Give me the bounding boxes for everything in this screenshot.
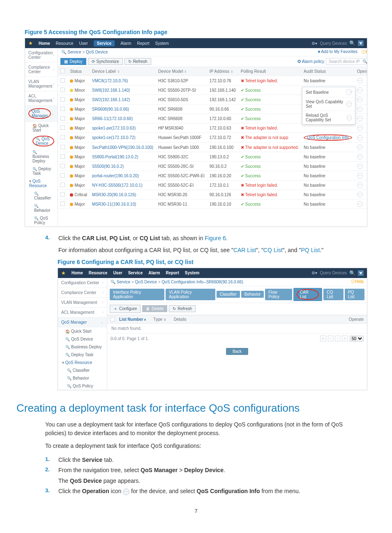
side-business-deploy[interactable]: 🔍Business Deploy [25, 148, 58, 165]
side-qos-policy[interactable]: 🔍QoS Policy [58, 382, 107, 390]
delete-button[interactable]: 🗑Delete [142, 305, 167, 312]
device-link[interactable]: SR66-11(172.10.0.60) [92, 116, 133, 121]
gear-icon[interactable]: ⚙▾ [311, 41, 317, 46]
help-link[interactable]: ⓘHelp [362, 49, 367, 55]
refresh-button[interactable]: ↻Refresh [125, 58, 151, 65]
operation-icon[interactable]: ⋯ [357, 106, 363, 112]
row-checkbox[interactable] [60, 145, 65, 149]
side-vlan[interactable]: VLAN Management› [25, 77, 58, 91]
operation-icon[interactable]: ⋯ [357, 97, 363, 102]
row-checkbox[interactable] [60, 154, 65, 159]
menu-view-capability[interactable]: View QoS Capability Set⋯ [302, 97, 355, 111]
col-list-number[interactable]: List Number ▴ [119, 317, 146, 322]
pager-last[interactable]: » [342, 336, 348, 341]
row-checkbox[interactable] [60, 116, 65, 121]
device-link[interactable]: VMC8(172.10.0.76) [92, 79, 128, 83]
cq-list-link[interactable]: CQ List [263, 247, 283, 253]
nav-resource[interactable]: Resource [89, 271, 108, 275]
nav-alarm[interactable]: Alarm [120, 41, 131, 46]
side-quickstart[interactable]: 🏠Quick Start [58, 327, 107, 335]
tab-flow-policy[interactable]: Flow Policy [265, 289, 292, 300]
operation-icon[interactable]: ⋯ [357, 125, 363, 131]
operation-icon[interactable]: ⋯ [357, 116, 363, 121]
pager-first[interactable]: « [320, 336, 326, 341]
col-ip[interactable]: IP Address ⇕ [207, 67, 238, 76]
search-icon[interactable]: 🔍 [349, 270, 355, 276]
tab-interface-policy[interactable]: Interface Policy Application [110, 289, 164, 300]
select-all-checkbox[interactable] [60, 69, 65, 73]
row-checkbox[interactable] [60, 192, 65, 197]
nav-alarm[interactable]: Alarm [148, 271, 160, 275]
operation-icon[interactable]: ⋯ [357, 201, 363, 207]
side-qos-manager[interactable]: QoS Manager⌄ [25, 106, 58, 122]
col-poll[interactable]: Polling Result [238, 67, 301, 76]
side-classifier[interactable]: 🔍Classifier [58, 366, 107, 374]
operation-icon[interactable]: ⋯ [357, 78, 363, 83]
nav-report[interactable]: Report [166, 271, 179, 275]
side-business-deploy[interactable]: 🔍Business Deploy [58, 343, 107, 351]
row-checkbox[interactable] [60, 164, 65, 168]
col-status[interactable]: Status [67, 67, 90, 76]
device-link[interactable]: MSR30-11(190.16.0.10) [92, 202, 136, 206]
device-link[interactable]: NY-H3C-S5500(172.10.0.1) [92, 183, 142, 188]
side-acl[interactable]: ACL Management› [25, 91, 58, 106]
nav-system[interactable]: System [155, 41, 168, 46]
operation-icon[interactable]: ⋯ [357, 163, 363, 169]
side-qos-device[interactable]: 🔍QoS Device [25, 134, 58, 148]
device-link[interactable]: SW8(192.168.1.140) [92, 88, 130, 93]
side-config-center[interactable]: Configuration Center› [58, 278, 107, 288]
configure-button[interactable]: ＋Configure [110, 305, 141, 313]
side-acl[interactable]: ACL Management› [58, 308, 107, 317]
row-checkbox[interactable] [60, 107, 65, 111]
deploy-button[interactable]: ▦Deploy [60, 58, 86, 65]
col-model[interactable]: Device Model ⇕ [156, 67, 207, 76]
side-classifier[interactable]: 🔍Classifier [25, 190, 58, 202]
side-compliance[interactable]: Compliance Center› [58, 288, 107, 298]
nav-user[interactable]: User [113, 271, 122, 275]
side-quickstart[interactable]: 🏠Quick Start [25, 122, 58, 134]
select-all-checkbox[interactable] [111, 317, 115, 322]
operation-icon[interactable]: ⋯ [357, 173, 363, 178]
tab-pq-list[interactable]: PQ List [345, 289, 364, 300]
device-link[interactable]: S5800-Portal(190.13.0.2) [92, 155, 138, 159]
operation-icon[interactable]: ⋯ [357, 135, 363, 141]
nav-home[interactable]: Home [71, 271, 83, 275]
gear-icon[interactable]: ⚙▾ [311, 271, 317, 275]
refresh-button[interactable]: ↻Refresh [169, 305, 196, 312]
side-qos-manager[interactable]: QoS Manager⌄ [58, 317, 107, 327]
expand-icon[interactable]: ⮟ [358, 270, 364, 276]
nav-home[interactable]: Home [39, 41, 50, 46]
col-audit[interactable]: Audit Status [301, 67, 355, 76]
menu-reload-capability[interactable]: Reload QoS Capability Set⋯ [302, 111, 355, 124]
device-link[interactable]: SecPath1000-VPN(190.16.0.100) [92, 145, 153, 150]
tab-cq-list[interactable]: CQ List [323, 289, 344, 300]
tab-classifier[interactable]: Classifier [217, 291, 240, 298]
pager-next[interactable]: › [335, 336, 340, 341]
nav-service[interactable]: Service [128, 271, 143, 275]
side-qos-device[interactable]: 🔍QoS Device [58, 335, 107, 343]
device-link[interactable]: SW2(192.168.1.142) [92, 97, 130, 102]
device-link[interactable]: spoke1-ce(172.10.0.72) [92, 135, 136, 140]
figure6-link[interactable]: Figure 6 [205, 235, 226, 241]
row-checkbox[interactable] [60, 125, 65, 130]
query-devices[interactable]: Query Devices [320, 271, 347, 275]
row-checkbox[interactable] [60, 202, 65, 206]
nav-resource[interactable]: Resource [56, 41, 74, 46]
device-link[interactable]: MSR30-20(90.16.0.126) [92, 192, 136, 197]
nav-service[interactable]: Service [94, 40, 115, 46]
menu-set-baseline[interactable]: Set Baseline⋯ [302, 87, 355, 97]
side-config-center[interactable]: Configuration Center› [25, 48, 58, 63]
operation-icon[interactable]: ⋯ [357, 192, 363, 197]
col-type[interactable]: Type ⇕ [153, 317, 166, 322]
operation-icon[interactable]: ⋯ [357, 182, 363, 188]
page-size-select[interactable]: 50 [350, 336, 364, 342]
tab-behavior[interactable]: Behavior [241, 291, 264, 298]
side-deploy-task[interactable]: 🔍Deploy Task [25, 165, 58, 177]
operation-icon[interactable]: ⋯ [357, 87, 363, 93]
side-qos-resource[interactable]: QoS Resource [25, 177, 58, 190]
back-button[interactable]: Back [226, 348, 248, 355]
add-favorites[interactable]: ★Add to My Favorites [317, 49, 357, 55]
device-link[interactable]: spoke1-pe(172.10.0.63) [92, 126, 136, 130]
device-link[interactable]: S5500(90.16.0.2) [92, 164, 124, 169]
alarm-policy[interactable]: Alarm policy [297, 59, 324, 64]
